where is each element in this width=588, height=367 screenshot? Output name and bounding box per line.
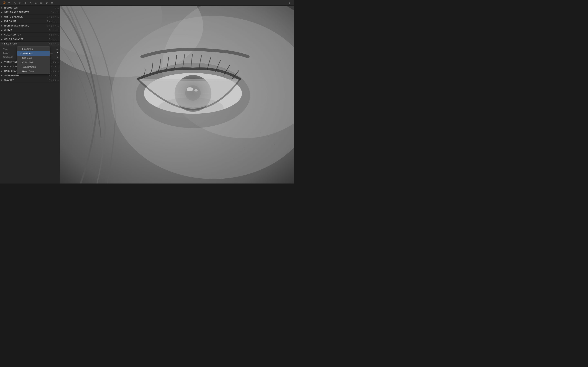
- fg-list[interactable]: ≡: [55, 43, 56, 45]
- hdr-copy[interactable]: ↺: [53, 25, 54, 27]
- toolbar-icon-gradient[interactable]: ◈: [23, 0, 28, 5]
- wb-auto[interactable]: A: [49, 16, 50, 18]
- exp-copy[interactable]: ↺: [53, 20, 54, 22]
- cb-more[interactable]: …: [57, 38, 59, 40]
- toolbar-icon-magnify[interactable]: ⌕: [34, 0, 38, 5]
- toolbar-icon-edit[interactable]: ✏: [7, 0, 12, 5]
- panel-row-clarity[interactable]: ▶ CLARITY ? ⊿ ↺ ≡ …: [0, 78, 60, 82]
- panel-row-color-balance[interactable]: ▶ COLOR BALANCE ? ⊿ ↺ ≡ …: [0, 37, 60, 42]
- hdr-help[interactable]: ?: [47, 25, 48, 27]
- vig-pin[interactable]: ⊿: [51, 61, 52, 63]
- ce-help[interactable]: ?: [49, 34, 50, 36]
- panel-row-histogram[interactable]: ▶ HISTOGRAM ? …: [0, 6, 60, 10]
- curve-copy[interactable]: ↺: [53, 29, 54, 31]
- bw-copy[interactable]: ↺: [53, 66, 54, 68]
- cb-help[interactable]: ?: [49, 38, 50, 40]
- dropdown-item-tabular-grain[interactable]: Tabular Grain: [17, 65, 50, 69]
- panel-row-sharpening[interactable]: ▶ SHARPENING ? ⊿ ↺ ≡ …: [0, 73, 60, 78]
- panel-row-curve[interactable]: ▶ CURVE ? ⊿ ↺ ≡ …: [0, 28, 60, 33]
- ce-list[interactable]: ≡: [55, 34, 56, 36]
- bw-list[interactable]: ≡: [55, 66, 56, 68]
- dropdown-item-harsh-grain[interactable]: Harsh Grain: [17, 69, 50, 74]
- curve-pin[interactable]: ⊿: [51, 29, 52, 31]
- bc-copy[interactable]: ↺: [53, 70, 54, 72]
- cb-pin[interactable]: ⊿: [51, 38, 52, 40]
- dropdown-item-fine-grain[interactable]: Fine Grain: [17, 47, 50, 51]
- dropdown-item-cubic-grain[interactable]: Cubic Grain: [17, 60, 50, 65]
- grain-type-dropdown: Fine Grain ✓ Silver Rich Soft Grain Cubi…: [17, 47, 50, 74]
- vig-more[interactable]: …: [57, 61, 59, 63]
- wb-help[interactable]: ?: [47, 16, 48, 18]
- bw-more[interactable]: …: [57, 66, 59, 68]
- bc-more[interactable]: …: [57, 70, 59, 72]
- exp-pin[interactable]: ⊿: [51, 20, 52, 22]
- curve-list[interactable]: ≡: [55, 29, 56, 31]
- exp-auto[interactable]: A: [49, 20, 50, 22]
- fg-more[interactable]: …: [57, 43, 59, 45]
- ce-copy[interactable]: ↺: [53, 34, 54, 36]
- toolbar-icon-folder[interactable]: ▭: [49, 0, 54, 5]
- wb-more[interactable]: …: [57, 16, 59, 18]
- dropdown-item-silver-rich[interactable]: ✓ Silver Rich: [17, 51, 50, 56]
- vig-copy[interactable]: ↺: [53, 61, 54, 63]
- bc-list[interactable]: ≡: [55, 70, 56, 72]
- toolbar-icon-list[interactable]: ▤: [39, 0, 44, 5]
- cl-more[interactable]: …: [57, 79, 59, 81]
- exp-list[interactable]: ≡: [55, 20, 56, 22]
- cl-list[interactable]: ≡: [55, 79, 56, 81]
- hdr-more[interactable]: …: [57, 25, 59, 27]
- cb-copy[interactable]: ↺: [53, 38, 54, 40]
- hdr-list[interactable]: ≡: [55, 25, 56, 27]
- dropdown-item-soft-grain[interactable]: Soft Grain: [17, 56, 50, 60]
- toolbar-icon-info[interactable]: ⊕: [44, 0, 49, 5]
- svg-point-24: [260, 132, 261, 133]
- hdr-pin[interactable]: ⊿: [51, 25, 52, 27]
- bw-pin[interactable]: ⊿: [51, 66, 52, 68]
- exp-help[interactable]: ?: [47, 20, 48, 22]
- curve-more[interactable]: …: [57, 29, 59, 31]
- sh-help[interactable]: ?: [49, 75, 50, 77]
- curve-help[interactable]: ?: [49, 29, 50, 31]
- wb-copy[interactable]: ↺: [53, 16, 54, 18]
- bc-pin[interactable]: ⊿: [51, 70, 52, 72]
- panel-row-color-editor[interactable]: ▶ COLOR EDITOR ? ⊿ ↺ ≡ …: [0, 33, 60, 37]
- cb-list[interactable]: ≡: [55, 38, 56, 40]
- toolbar-icon-q[interactable]: Q: [2, 0, 7, 5]
- panel-row-styles[interactable]: ▶ STYLES AND PRESETS ? ⊿ ↺ …: [0, 10, 60, 15]
- histogram-help[interactable]: ?: [55, 7, 56, 9]
- sh-pin[interactable]: ⊿: [51, 75, 52, 77]
- sh-copy[interactable]: ↺: [53, 75, 54, 77]
- section-label-curve: CURVE: [4, 29, 49, 31]
- toolbar-icon-shape[interactable]: △: [12, 0, 17, 5]
- fg-pin[interactable]: ⊿: [51, 43, 52, 45]
- ce-pin[interactable]: ⊿: [51, 34, 52, 36]
- histogram-more[interactable]: …: [57, 7, 59, 9]
- sh-list[interactable]: ≡: [55, 75, 56, 77]
- styles-help[interactable]: ?: [51, 11, 52, 13]
- type-dropdown-arrow[interactable]: ▶: [57, 48, 58, 50]
- panel-row-film-grain[interactable]: ▼ FILM GRAIN ? ⊿ ↺ ≡ …: [0, 42, 60, 46]
- styles-more[interactable]: …: [57, 11, 59, 13]
- styles-pin[interactable]: ⊿: [52, 11, 54, 13]
- wb-list[interactable]: ≡: [55, 16, 56, 18]
- sh-more[interactable]: …: [57, 75, 59, 77]
- arrow-styles: ▶: [1, 11, 3, 13]
- toolbar-icon-expand[interactable]: ⟩: [287, 0, 292, 5]
- cl-copy[interactable]: ↺: [53, 79, 54, 81]
- wb-pin[interactable]: ⊿: [51, 16, 52, 18]
- fg-copy[interactable]: ↺: [53, 43, 54, 45]
- cl-help[interactable]: ?: [49, 79, 50, 81]
- toolbar-icon-circle[interactable]: ◎: [17, 0, 22, 5]
- hdr-auto[interactable]: A: [49, 25, 50, 27]
- panel-row-white-balance[interactable]: ▶ WHITE BALANCE ? A ⊿ ↺ ≡ …: [0, 15, 60, 19]
- styles-copy[interactable]: ↺: [54, 11, 56, 13]
- panel-row-hdr[interactable]: ▶ HIGH DYNAMIC RANGE ? A ⊿ ↺ ≡ …: [0, 24, 60, 28]
- ce-more[interactable]: …: [57, 34, 59, 36]
- toolbar-icon-radial[interactable]: ✳: [28, 0, 33, 5]
- cl-pin[interactable]: ⊿: [51, 79, 52, 81]
- panel-row-exposure[interactable]: ▶ EXPOSURE ? A ⊿ ↺ ≡ …: [0, 19, 60, 24]
- vig-list[interactable]: ≡: [55, 61, 56, 63]
- exp-more[interactable]: …: [57, 20, 59, 22]
- section-label-white-balance: WHITE BALANCE: [4, 16, 47, 18]
- fg-help[interactable]: ?: [49, 43, 50, 45]
